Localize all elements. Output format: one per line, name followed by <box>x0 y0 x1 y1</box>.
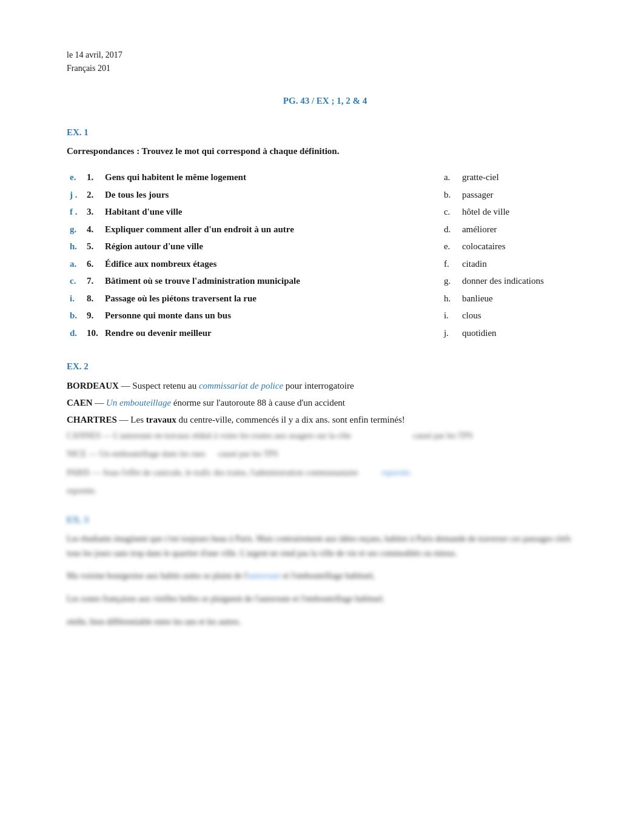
ex1-intro: Correspondances : Trouvez le mot qui cor… <box>67 144 583 158</box>
right-text: quotidien <box>459 324 583 342</box>
right-text: colocataires <box>459 238 583 255</box>
commissariat-term: commissariat de police <box>199 381 283 391</box>
dash-1: — <box>121 381 133 391</box>
bordeaux-before: Suspect retenu au <box>132 381 199 391</box>
header-section: le 14 avril, 2017 Français 201 <box>67 49 583 76</box>
item-definition: Bâtiment où se trouve l'administration m… <box>102 272 417 290</box>
exercise-3-section: EX. 3 Les étudiants imaginent que c'est … <box>67 513 583 629</box>
item-definition: Passage où les piétons traversent la rue <box>102 290 417 307</box>
blurred-line-3: PARIS — Sous l'effet de canicule, le tra… <box>67 466 583 480</box>
item-definition: Région autour d'une ville <box>102 238 417 255</box>
matching-table: e.1.Gens qui habitent le même logementa.… <box>67 169 583 341</box>
ex3-line1: Ma voisine bourgeoise aux habits usées s… <box>67 569 583 583</box>
answer-letter: i. <box>67 290 84 307</box>
table-row: c.7.Bâtiment où se trouve l'administrati… <box>67 272 583 290</box>
item-number: 8. <box>84 290 102 307</box>
page-title-text: PG. 43 / EX ; 1, 2 & 4 <box>283 96 367 106</box>
blurred-news-block: CANNES — L'autoroute en travaux réduit à… <box>67 429 583 498</box>
course-line: Français 201 <box>67 62 583 75</box>
city-chartres: CHARTRES <box>67 415 117 424</box>
right-text: banlieue <box>459 290 583 307</box>
page-title: PG. 43 / EX ; 1, 2 & 4 <box>67 94 583 108</box>
city-bordeaux: BORDEAUX <box>67 381 119 391</box>
table-row: b.9. Personne qui monte dans un busi.clo… <box>67 307 583 324</box>
dash-3: — Les <box>119 415 146 424</box>
answer-letter: b. <box>67 307 84 324</box>
answer-letter: f . <box>67 203 84 221</box>
ex2-title: EX. 2 <box>67 360 583 374</box>
right-letter: c. <box>441 203 459 221</box>
item-number: 10. <box>84 324 102 342</box>
exercise-2-section: EX. 2 BORDEAUX — Suspect retenu au commi… <box>67 360 583 498</box>
answer-letter: g. <box>67 221 84 238</box>
item-definition: Gens qui habitent le même logement <box>102 169 417 186</box>
item-definition: Rendre ou devenir meilleur <box>102 324 417 342</box>
table-row: e.1.Gens qui habitent le même logementa.… <box>67 169 583 186</box>
item-number: 7. <box>84 272 102 290</box>
right-text: hôtel de ville <box>459 203 583 221</box>
right-letter: j. <box>441 324 459 342</box>
news-line-bordeaux: BORDEAUX — Suspect retenu au commissaria… <box>67 378 583 393</box>
right-text: améliorer <box>459 221 583 238</box>
item-number: 3. <box>84 203 102 221</box>
item-definition: De tous les jours <box>102 186 417 204</box>
bordeaux-after: pour interrogatoire <box>283 381 354 391</box>
item-number: 4. <box>84 221 102 238</box>
city-caen: CAEN <box>67 398 93 407</box>
news-line-chartres: CHARTRES — Les travaux du centre-ville, … <box>67 412 583 427</box>
answer-letter: d. <box>67 324 84 342</box>
table-row: g.4.Expliquer comment aller d'un endroit… <box>67 221 583 238</box>
ex3-line3: réelle, bien différentiable entre les un… <box>67 615 583 629</box>
table-row: f .3.Habitant d'une villec.hôtel de vill… <box>67 203 583 221</box>
right-letter: h. <box>441 290 459 307</box>
item-number: 9. <box>84 307 102 324</box>
table-row: i.8.Passage où les piétons traversent la… <box>67 290 583 307</box>
date-line: le 14 avril, 2017 <box>67 49 583 62</box>
ex1-title: EX. 1 <box>67 126 583 139</box>
item-number: 6. <box>84 255 102 273</box>
item-number: 5. <box>84 238 102 255</box>
right-letter: b. <box>441 186 459 204</box>
answer-letter: h. <box>67 238 84 255</box>
item-definition: Expliquer comment aller d'un endroit à u… <box>102 221 417 238</box>
item-definition: Personne qui monte dans un bus <box>102 307 417 324</box>
item-definition: Édifice aux nombreux étages <box>102 255 417 273</box>
caen-after: énorme sur l'autoroute 88 à cause d'un a… <box>171 398 345 407</box>
item-number: 2. <box>84 186 102 204</box>
right-text: donner des indications <box>459 272 583 290</box>
table-row: d.10.Rendre ou devenir meilleurj.quotidi… <box>67 324 583 342</box>
item-number: 1. <box>84 169 102 186</box>
ex3-paragraph1: Les étudiants imaginent que c'est toujou… <box>67 532 583 561</box>
table-row: h.5.Région autour d'une villee.colocatai… <box>67 238 583 255</box>
table-row: j .2.De tous les joursb.passager <box>67 186 583 204</box>
blurred-line-1: CANNES — L'autoroute en travaux réduit à… <box>67 429 583 443</box>
answer-letter: c. <box>67 272 84 290</box>
right-letter: f. <box>441 255 459 273</box>
right-letter: d. <box>441 221 459 238</box>
answer-letter: a. <box>67 255 84 273</box>
answer-letter: e. <box>67 169 84 186</box>
right-letter: a. <box>441 169 459 186</box>
ex3-line2: Les zones françaises aux vieilles belles… <box>67 592 583 606</box>
table-row: a.6.Édifice aux nombreux étagesf.citadin <box>67 255 583 273</box>
item-definition: Habitant d'une ville <box>102 203 417 221</box>
right-text: clous <box>459 307 583 324</box>
right-text: gratte-ciel <box>459 169 583 186</box>
dash-2: — <box>95 398 106 407</box>
right-letter: i. <box>441 307 459 324</box>
exercise-1-section: EX. 1 Correspondances : Trouvez le mot q… <box>67 126 583 341</box>
chartres-after: du centre-ville, commencés il y a dix an… <box>176 415 405 424</box>
right-text: passager <box>459 186 583 204</box>
blurred-line-4: reportée. <box>67 485 583 498</box>
right-text: citadin <box>459 255 583 273</box>
travaux-term: travaux <box>146 415 176 424</box>
right-letter: g. <box>441 272 459 290</box>
news-line-caen: CAEN — Un embouteillage énorme sur l'aut… <box>67 395 583 410</box>
embouteillage-term: Un embouteillage <box>106 398 171 407</box>
blurred-line-2: NICE — Un embouteillage dans les rues ca… <box>67 448 583 461</box>
ex3-title: EX. 3 <box>67 513 583 527</box>
right-letter: e. <box>441 238 459 255</box>
answer-letter: j . <box>67 186 84 204</box>
